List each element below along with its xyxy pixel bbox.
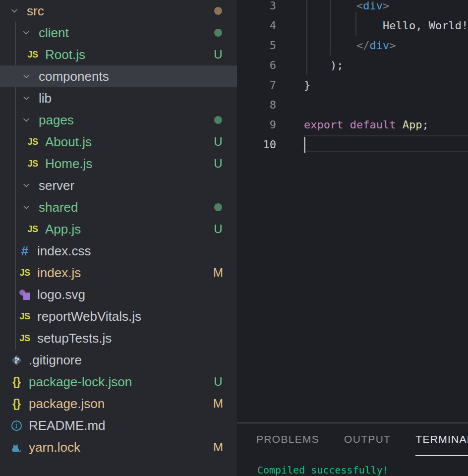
tree-file-home-js[interactable]: JSHome.jsU bbox=[0, 153, 237, 175]
git-status-badge: U bbox=[212, 222, 224, 236]
tree-folder-server[interactable]: server bbox=[0, 175, 237, 196]
tree-item-label: shared bbox=[39, 196, 78, 218]
tree-item-label: index.css bbox=[37, 240, 91, 262]
tree-file-readme-md[interactable]: iREADME.md bbox=[0, 415, 237, 436]
bottom-panel: PROBLEMSOUTPUTTERMINAL Compiled successf… bbox=[237, 422, 468, 476]
text-cursor bbox=[304, 137, 305, 153]
line-number: 4 bbox=[237, 16, 276, 36]
tree-item-label: About.js bbox=[45, 131, 92, 153]
code-token: </ bbox=[304, 39, 369, 52]
code-token: > bbox=[383, 0, 389, 12]
json-file-icon: {} bbox=[10, 375, 23, 388]
tree-item-label: .gitignore bbox=[29, 349, 82, 371]
tree-item-label: client bbox=[39, 22, 69, 44]
code-token: } bbox=[304, 79, 310, 91]
tree-file-yarn-lock[interactable]: yarn.lockM bbox=[0, 436, 237, 458]
tab-problems[interactable]: PROBLEMS bbox=[256, 423, 319, 456]
chevron-down-icon[interactable] bbox=[22, 203, 31, 212]
chevron-down-icon[interactable] bbox=[22, 28, 31, 37]
code-text: ); bbox=[276, 56, 343, 75]
tree-file-about-js[interactable]: JSAbout.jsU bbox=[0, 131, 237, 153]
tree-folder-shared[interactable]: shared bbox=[0, 196, 237, 218]
code-token: Hello, World! bbox=[304, 19, 468, 32]
tree-item-label: Home.js bbox=[45, 153, 92, 175]
tree-item-label: index.js bbox=[37, 262, 81, 284]
code-text: Hello, World! bbox=[276, 16, 468, 36]
git-icon bbox=[10, 354, 23, 366]
chevron-down-icon[interactable] bbox=[22, 181, 31, 190]
code-line[interactable]: 3 <div> bbox=[237, 0, 468, 16]
js-file-icon: JS bbox=[26, 223, 39, 236]
line-number: 5 bbox=[237, 36, 276, 56]
code-text: } bbox=[276, 75, 310, 95]
terminal-output[interactable]: Compiled successfully! bbox=[237, 464, 468, 476]
chevron-down-icon[interactable] bbox=[22, 116, 31, 124]
tree-file-index-js[interactable]: JSindex.jsM bbox=[0, 262, 237, 284]
readme-info-icon: i bbox=[10, 419, 23, 432]
code-token: ); bbox=[304, 59, 343, 71]
file-tree: srcclientJSRoot.jsUcomponentslibpagesJSA… bbox=[0, 0, 237, 458]
tree-file-logo-svg[interactable]: logo.svg bbox=[0, 284, 237, 305]
tree-item-label: README.md bbox=[29, 415, 106, 436]
line-number: 6 bbox=[237, 56, 276, 75]
code-token: App bbox=[403, 119, 422, 131]
tree-folder-lib[interactable]: lib bbox=[0, 87, 237, 109]
code-line[interactable]: 4 Hello, World! bbox=[237, 16, 468, 36]
tree-file-reportwebvitals-js[interactable]: JSreportWebVitals.js bbox=[0, 305, 237, 327]
code-line[interactable]: 7} bbox=[237, 75, 468, 95]
code-token: div bbox=[369, 39, 389, 52]
git-status-badge: U bbox=[212, 375, 224, 389]
chevron-down-icon[interactable] bbox=[22, 72, 31, 81]
tree-file-root-js[interactable]: JSRoot.jsU bbox=[0, 44, 237, 65]
tree-folder-src[interactable]: src bbox=[0, 0, 237, 22]
code-text: <div> bbox=[276, 0, 389, 16]
tree-file-app-js[interactable]: JSApp.jsU bbox=[0, 218, 237, 240]
js-file-icon: JS bbox=[26, 135, 39, 148]
file-explorer: srcclientJSRoot.jsUcomponentslibpagesJSA… bbox=[0, 0, 237, 476]
tree-file-package-lock-json[interactable]: {}package-lock.jsonU bbox=[0, 371, 237, 393]
js-file-icon: JS bbox=[26, 48, 39, 61]
code-token: div bbox=[363, 0, 383, 12]
tab-output[interactable]: OUTPUT bbox=[344, 423, 391, 456]
tree-item-label: server bbox=[39, 175, 74, 196]
tree-file-setuptests-js[interactable]: JSsetupTests.js bbox=[0, 327, 237, 349]
git-status-dot bbox=[214, 203, 222, 211]
git-status-dot bbox=[212, 29, 224, 37]
chevron-down-icon[interactable] bbox=[10, 6, 19, 15]
tab-terminal[interactable]: TERMINAL bbox=[415, 423, 468, 456]
code-line[interactable]: 10 bbox=[237, 135, 468, 155]
tree-item-label: pages bbox=[39, 109, 74, 131]
code-editor[interactable]: 3 <div>4 Hello, World!5 </div>6 );7}89ex… bbox=[237, 0, 468, 422]
code-line[interactable]: 6 ); bbox=[237, 56, 468, 75]
vscode-window: srcclientJSRoot.jsUcomponentslibpagesJSA… bbox=[0, 0, 468, 476]
git-status-dot bbox=[212, 7, 224, 15]
git-status-badge: U bbox=[212, 157, 224, 171]
tree-item-label: yarn.lock bbox=[29, 436, 80, 458]
tree-folder-client[interactable]: client bbox=[0, 22, 237, 44]
code-token bbox=[396, 119, 402, 131]
git-status-badge: M bbox=[212, 440, 224, 454]
chevron-down-icon[interactable] bbox=[22, 94, 31, 103]
json-file-icon: {} bbox=[10, 397, 23, 410]
code-line[interactable]: 5 </div> bbox=[237, 36, 468, 56]
line-number: 8 bbox=[237, 95, 276, 115]
code-text: export default App; bbox=[276, 115, 429, 135]
code-line[interactable]: 8 bbox=[237, 95, 468, 115]
git-status-badge: M bbox=[212, 266, 224, 280]
js-file-icon: JS bbox=[18, 266, 31, 279]
tree-item-label: components bbox=[39, 65, 109, 87]
tree-folder-components[interactable]: components bbox=[0, 65, 237, 87]
line-number: 9 bbox=[237, 115, 276, 135]
tree-item-label: package.json bbox=[29, 393, 105, 415]
code-text: </div> bbox=[276, 36, 396, 56]
tree-item-label: logo.svg bbox=[37, 284, 85, 305]
panel-tab-bar: PROBLEMSOUTPUTTERMINAL bbox=[237, 423, 468, 456]
tree-folder-pages[interactable]: pages bbox=[0, 109, 237, 131]
tree-file-index-css[interactable]: #index.css bbox=[0, 240, 237, 262]
tree-item-label: src bbox=[27, 0, 44, 22]
js-file-icon: JS bbox=[18, 332, 31, 345]
tree-file-package-json[interactable]: {}package.jsonM bbox=[0, 393, 237, 415]
tree-item-label: setupTests.js bbox=[37, 327, 112, 349]
code-line[interactable]: 9export default App; bbox=[237, 115, 468, 135]
tree-file--gitignore[interactable]: .gitignore bbox=[0, 349, 237, 371]
